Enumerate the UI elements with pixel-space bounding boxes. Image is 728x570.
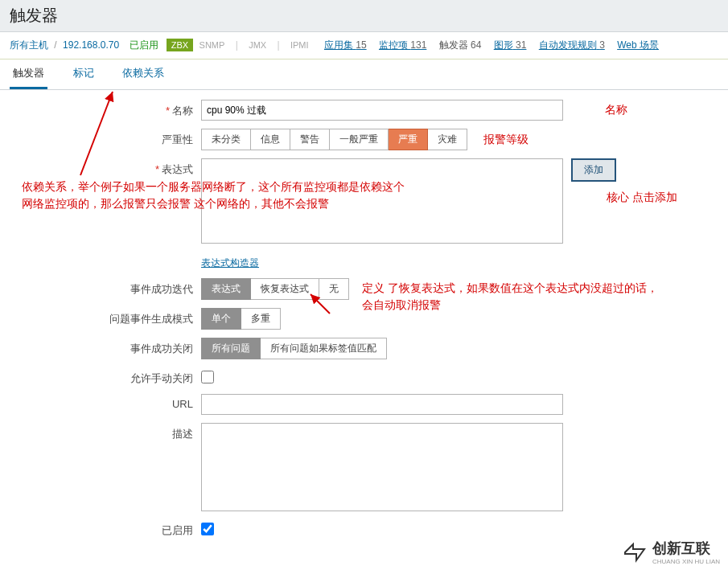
label-description: 描述	[172, 428, 193, 440]
sev-high[interactable]: 严重	[389, 129, 428, 150]
watermark-logo: 创新互联 CHUANG XIN HU LIAN	[614, 534, 728, 570]
input-description[interactable]	[201, 423, 563, 511]
tag-zbx: ZBX	[167, 39, 193, 51]
page-title: 触发器	[10, 5, 718, 27]
input-name[interactable]	[201, 100, 563, 121]
anno-name: 名称	[605, 103, 627, 117]
nav-trigger[interactable]: 触发器 64	[439, 39, 482, 51]
label-event-gen: 问题事件生成模式	[109, 313, 193, 325]
anno-iter: 定义 了恢复表达式，如果数值在这个表达式内没超过的话，会自动取消报警	[362, 280, 658, 314]
button-add-expression[interactable]: 添加	[571, 158, 616, 182]
checkbox-manual-close[interactable]	[201, 371, 214, 383]
breadcrumb-nav: 所有主机 / 192.168.0.70 已启用 ZBX SNMP | JMX |…	[0, 32, 728, 59]
tag-jmx: JMX	[245, 39, 269, 51]
anno-add: 核心 点击添加	[607, 189, 677, 206]
anno-dependency: 依赖关系，举个例子如果一个服务器网络断了，这个所有监控项都是依赖这个网络监控项的…	[22, 178, 405, 212]
label-name: 名称	[172, 105, 193, 117]
gen-segment: 单个 多重	[201, 308, 281, 330]
iter-segment: 表达式 恢复表达式 无	[201, 278, 349, 300]
sev-info[interactable]: 信息	[251, 129, 290, 150]
label-enabled: 已启用	[162, 524, 193, 536]
nav-web[interactable]: Web 场景	[617, 39, 659, 51]
close-match[interactable]: 所有问题如果标签值匹配	[261, 338, 387, 359]
logo-text-en: CHUANG XIN HU LIAN	[652, 558, 720, 565]
label-event-iter: 事件成功迭代	[130, 283, 193, 295]
label-manual-close: 允许手动关闭	[130, 372, 193, 384]
tab-trigger[interactable]: 触发器	[10, 59, 47, 89]
link-all-hosts[interactable]: 所有主机	[10, 39, 48, 51]
close-all[interactable]: 所有问题	[201, 338, 261, 359]
checkbox-enabled[interactable]	[201, 523, 214, 535]
label-url: URL	[172, 398, 193, 410]
logo-icon	[622, 541, 648, 564]
iter-none[interactable]: 无	[319, 278, 349, 300]
tag-snmp: SNMP	[196, 39, 228, 51]
link-expression-builder[interactable]: 表达式构造器	[201, 256, 259, 270]
sep: /	[54, 39, 56, 51]
link-host-ip[interactable]: 192.168.0.70	[63, 39, 119, 51]
iter-recover[interactable]: 恢复表达式	[251, 278, 319, 300]
nav-discovery[interactable]: 自动发现规则 3	[539, 39, 605, 51]
anno-severity: 报警等级	[483, 133, 529, 147]
sev-disaster[interactable]: 灾难	[428, 129, 467, 150]
sev-unclassified[interactable]: 未分类	[201, 129, 251, 150]
iter-expr[interactable]: 表达式	[201, 278, 251, 300]
label-event-close: 事件成功关闭	[130, 342, 193, 355]
sev-warn[interactable]: 警告	[290, 129, 330, 150]
tab-dependency[interactable]: 依赖关系	[119, 59, 167, 87]
gen-multi[interactable]: 多重	[241, 308, 281, 330]
tabs: 触发器 标记 依赖关系	[0, 59, 728, 90]
tag-ipmi: IPMI	[287, 39, 312, 51]
input-url[interactable]	[201, 394, 563, 415]
gen-single[interactable]: 单个	[201, 308, 241, 330]
logo-text-cn: 创新互联	[652, 540, 710, 556]
trigger-form: *名称 名称 严重性 未分类 信息 警告 一般严重 严重 灾难 报警等级 *表达…	[0, 90, 728, 556]
nav-graph[interactable]: 图形 31	[494, 39, 527, 51]
nav-app-set[interactable]: 应用集 15	[324, 39, 367, 51]
label-severity: 严重性	[162, 133, 193, 146]
nav-monitor[interactable]: 监控项 131	[379, 39, 426, 51]
close-segment: 所有问题 所有问题如果标签值匹配	[201, 338, 387, 359]
header: 触发器	[0, 0, 728, 32]
severity-segment: 未分类 信息 警告 一般严重 严重 灾难	[201, 129, 467, 150]
enabled-status: 已启用	[130, 39, 158, 51]
label-expr: 表达式	[162, 163, 193, 175]
tab-tag[interactable]: 标记	[70, 59, 97, 87]
sev-normal[interactable]: 一般严重	[330, 129, 389, 150]
